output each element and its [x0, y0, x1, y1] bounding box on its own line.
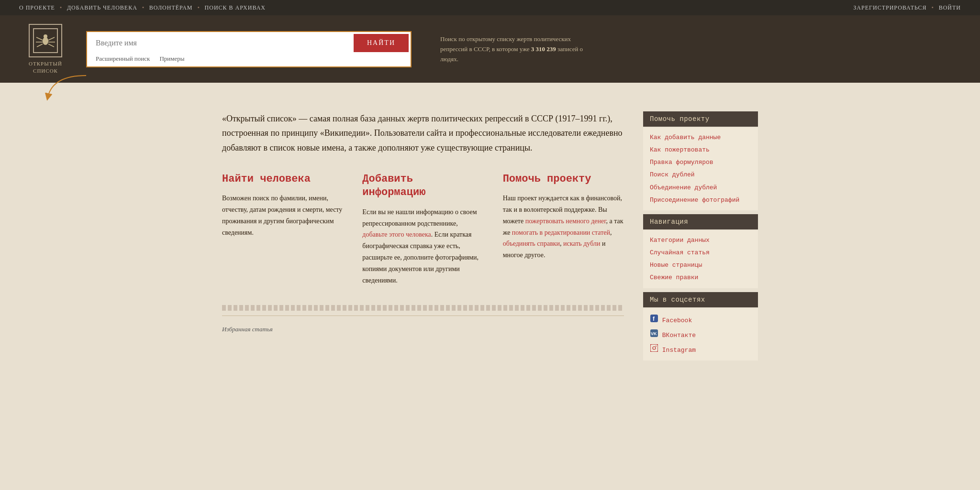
wavy-border [222, 305, 624, 311]
svg-line-3 [36, 37, 43, 40]
col-find-title: Найти человека [222, 173, 343, 186]
facebook-label: Facebook [662, 317, 692, 324]
sidebar-nav-links: Категории данных Случайная статья Новые … [643, 230, 758, 288]
svg-point-1 [43, 37, 48, 45]
main-content: «Открытый список» — самая полная база да… [222, 97, 643, 364]
search-description: Поиск по открытому списку жертв политиче… [440, 34, 593, 64]
nav-dot-2: • [142, 4, 145, 11]
search-input[interactable] [89, 34, 354, 52]
facebook-icon: f [650, 314, 658, 323]
svg-point-2 [44, 34, 47, 38]
col-find-text: Возможен поиск по фамилии, имени, отчест… [222, 193, 343, 238]
three-columns: Найти человека Возможен поиск по фамилии… [222, 173, 624, 286]
svg-point-15 [656, 346, 657, 347]
top-nav-right: ЗАРЕГИСТРИРОВАТЬСЯ • ВОЙТИ [853, 4, 961, 11]
nav-about[interactable]: О ПРОЕКТЕ [19, 4, 55, 11]
nav-dot-1: • [60, 4, 62, 11]
col-add-text: Если вы не нашли информацию о своем репр… [362, 207, 483, 286]
vkontakte-link[interactable]: VK ВКонтакте [650, 327, 751, 342]
sidebar-categories[interactable]: Категории данных [650, 234, 751, 247]
sidebar-nav-header: Навигация [643, 214, 758, 229]
logo-area: ОТКРЫТЫЙСПИСОК [19, 24, 72, 75]
sidebar-new-pages[interactable]: Новые страницы [650, 259, 751, 272]
sidebar-random[interactable]: Случайная статья [650, 247, 751, 259]
svg-line-5 [37, 44, 43, 47]
edit-articles-link[interactable]: помогать в редактировании статей [512, 229, 610, 236]
svg-text:VK: VK [651, 331, 657, 336]
col-help-text: Наш проект нуждается как в финансовой, т… [503, 193, 624, 261]
sidebar-social-section: Мы в соцсетях f Facebook VK ВКонтакте [643, 292, 758, 361]
sidebar-social-header: Мы в соцсетях [643, 292, 758, 307]
col-add: Добавитьинформацию Если вы не нашли инфо… [362, 173, 483, 286]
instagram-icon [650, 344, 658, 352]
sidebar-social-links: f Facebook VK ВКонтакте [643, 308, 758, 361]
sidebar-how-add[interactable]: Как добавить данные [650, 131, 751, 144]
merge-link[interactable]: объединять справки [503, 240, 560, 247]
featured-label: Избранная статья [222, 326, 624, 333]
col-help: Помочь проекту Наш проект нуждается как … [503, 173, 624, 286]
nav-archive-search[interactable]: ПОИСК В АРХИВАХ [205, 4, 266, 11]
examples-link[interactable]: Примеры [159, 55, 184, 63]
search-button[interactable]: НАЙТИ [354, 34, 409, 52]
nav-register[interactable]: ЗАРЕГИСТРИРОВАТЬСЯ [853, 4, 926, 11]
sidebar-nav-section: Навигация Категории данных Случайная ста… [643, 214, 758, 288]
main-wrapper: «Открытый список» — самая полная база да… [203, 97, 777, 364]
sidebar-help-header: Помочь проекту [643, 111, 758, 127]
top-navigation: О ПРОЕКТЕ • ДОБАВИТЬ ЧЕЛОВЕКА • ВОЛОНТЁР… [0, 0, 980, 15]
facebook-link[interactable]: f Facebook [650, 312, 751, 327]
find-dupes-link[interactable]: искать дубли [563, 240, 600, 247]
svg-point-14 [653, 347, 656, 349]
nav-dot-3: • [198, 4, 200, 11]
search-links: Расширенный поиск Примеры [89, 52, 409, 65]
sidebar-recent-edits[interactable]: Свежие правки [650, 272, 751, 284]
arrow-svg [38, 73, 96, 102]
sidebar-edit-forms[interactable]: Правка формуляров [650, 156, 751, 169]
col-find: Найти человека Возможен поиск по фамилии… [222, 173, 343, 286]
nav-add-person[interactable]: ДОБАВИТЬ ЧЕЛОВЕКА [67, 4, 137, 11]
nav-login[interactable]: ВОЙТИ [939, 4, 961, 11]
arrow-area [0, 83, 980, 97]
advanced-search-link[interactable]: Расширенный поиск [96, 55, 150, 63]
vkontakte-label: ВКонтакте [662, 332, 696, 339]
nav-dot-4: • [932, 4, 934, 11]
logo-icon [29, 24, 62, 57]
sidebar-find-dupes[interactable]: Поиск дублей [650, 169, 751, 181]
vk-icon: VK [650, 329, 658, 338]
svg-rect-13 [650, 344, 658, 352]
top-nav-left: О ПРОЕКТЕ • ДОБАВИТЬ ЧЕЛОВЕКА • ВОЛОНТЁР… [19, 4, 266, 11]
search-box-wrapper: НАЙТИ Расширенный поиск Примеры [86, 31, 412, 67]
sidebar-attach-photos[interactable]: Присоединение фотографий [650, 194, 751, 207]
sidebar: Помочь проекту Как добавить данные Как п… [643, 97, 758, 364]
instagram-link[interactable]: Instagram [650, 342, 751, 357]
search-area: НАЙТИ Расширенный поиск Примеры [86, 31, 412, 67]
search-row: НАЙТИ [89, 34, 409, 52]
featured-section: Избранная статья [222, 316, 624, 343]
donate-link[interactable]: пожертвовать немного денег [525, 218, 606, 225]
logo-svg [33, 28, 58, 54]
svg-line-6 [48, 37, 55, 40]
nav-volunteers[interactable]: ВОЛОНТЁРАМ [149, 4, 193, 11]
instagram-label: Instagram [662, 347, 696, 354]
sidebar-help-links: Как добавить данные Как пожертвовать Пра… [643, 128, 758, 210]
sidebar-help-section: Помочь проекту Как добавить данные Как п… [643, 111, 758, 210]
col-add-title: Добавитьинформацию [362, 173, 483, 200]
sidebar-how-donate[interactable]: Как пожертвовать [650, 144, 751, 156]
sidebar-merge-dupes[interactable]: Объединение дублей [650, 182, 751, 194]
svg-line-8 [48, 44, 54, 47]
col-help-title: Помочь проекту [503, 173, 624, 186]
intro-text: «Открытый список» — самая полная база да… [222, 111, 624, 155]
site-header: ОТКРЫТЫЙСПИСОК НАЙТИ Расширенный поиск П… [0, 15, 980, 83]
add-person-link[interactable]: добавьте этого человека [362, 231, 431, 238]
